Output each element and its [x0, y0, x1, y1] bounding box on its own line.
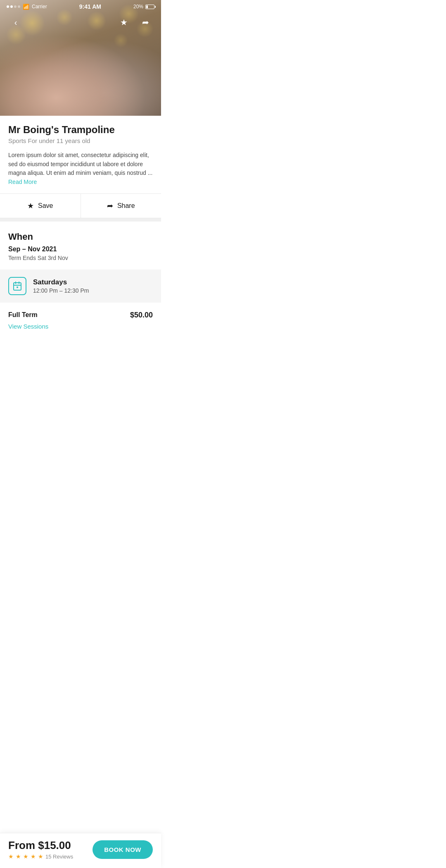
battery-percent: 20%: [133, 4, 143, 10]
pricing-label: Full Term: [8, 311, 38, 319]
when-heading: When: [8, 231, 153, 242]
signal-dot-1: [7, 5, 9, 8]
actions-row: ★ Save ➦ Share: [0, 193, 161, 218]
battery-fill: [146, 5, 148, 8]
status-bar: 📶 Carrier 9:41 AM 20%: [0, 0, 161, 12]
description-text: Lorem ipsum dolor sit amet, consectetur …: [8, 152, 152, 176]
calendar-svg: [12, 281, 22, 291]
nav-back-area: ‹: [8, 15, 23, 30]
term-ends: Term Ends Sat 3rd Nov: [8, 255, 153, 261]
read-more-button[interactable]: Read More: [8, 179, 37, 185]
battery-icon: [145, 5, 154, 9]
share-label: Share: [117, 202, 135, 210]
pricing-row: Full Term $50.00: [8, 311, 153, 320]
activity-description: Lorem ipsum dolor sit amet, consectetur …: [8, 151, 153, 187]
back-button[interactable]: ‹: [8, 15, 23, 30]
nav-actions-area: ★ ➦: [116, 15, 153, 30]
svg-point-4: [17, 287, 18, 288]
star-icon: ★: [120, 17, 128, 27]
activity-subtitle: Sports For under 11 years old: [8, 137, 153, 144]
share-button[interactable]: ➦ Share: [81, 194, 161, 218]
calendar-icon: [8, 277, 26, 295]
pricing-amount: $50.00: [130, 311, 153, 320]
share-icon: ➦: [107, 201, 113, 210]
session-card: Saturdays 12:00 Pm – 12:30 Pm: [0, 269, 161, 303]
view-sessions-button[interactable]: View Sessions: [8, 323, 48, 330]
hero-children: [0, 25, 161, 116]
main-content: Mr Boing's Trampoline Sports For under 1…: [0, 116, 161, 187]
session-info: Saturdays 12:00 Pm – 12:30 Pm: [33, 278, 89, 294]
signal-dot-2: [10, 5, 13, 8]
share-nav-button[interactable]: ➦: [138, 15, 153, 30]
signal-dot-4: [18, 5, 20, 8]
carrier-label: Carrier: [32, 4, 47, 10]
save-button[interactable]: ★ Save: [0, 194, 81, 218]
signal-dots: [7, 5, 20, 8]
signal-dot-3: [14, 5, 17, 8]
hero-image: ‹ ★ ➦: [0, 0, 161, 116]
save-label: Save: [38, 202, 53, 210]
wifi-icon: 📶: [23, 4, 29, 10]
back-icon: ‹: [14, 18, 17, 27]
time-display: 9:41 AM: [79, 3, 101, 10]
status-left: 📶 Carrier: [7, 4, 47, 10]
save-icon: ★: [27, 201, 34, 210]
section-divider-1: [0, 218, 161, 222]
save-nav-button[interactable]: ★: [116, 15, 131, 30]
status-right: 20%: [133, 4, 154, 10]
share-icon: ➦: [142, 17, 149, 27]
pricing-section: Full Term $50.00 View Sessions: [0, 303, 161, 372]
session-time: 12:00 Pm – 12:30 Pm: [33, 287, 89, 294]
date-range: Sep – Nov 2021: [8, 246, 153, 253]
when-section: When Sep – Nov 2021 Term Ends Sat 3rd No…: [0, 222, 161, 269]
activity-title: Mr Boing's Trampoline: [8, 124, 153, 136]
session-day: Saturdays: [33, 278, 89, 286]
